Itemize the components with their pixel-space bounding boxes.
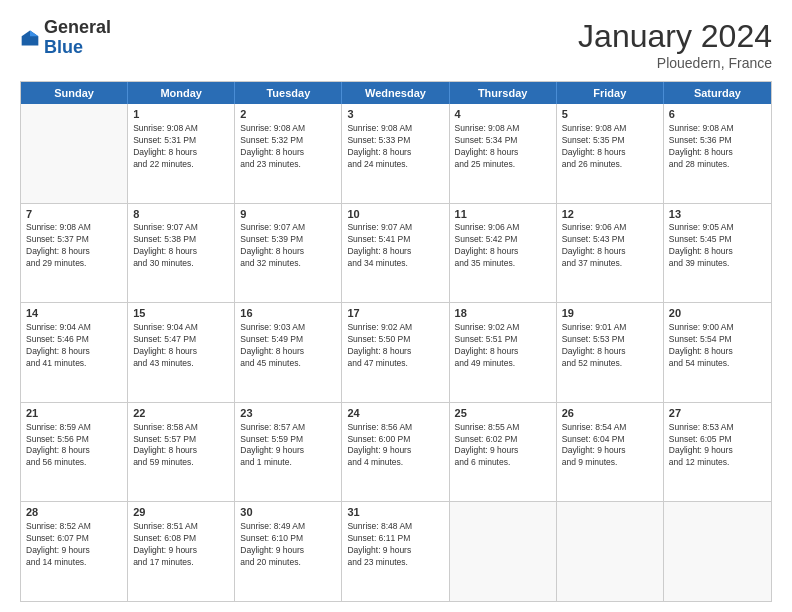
day-number: 13 (669, 207, 766, 222)
calendar-cell: 27Sunrise: 8:53 AMSunset: 6:05 PMDayligh… (664, 403, 771, 502)
calendar-cell: 31Sunrise: 8:48 AMSunset: 6:11 PMDayligh… (342, 502, 449, 601)
weekday-header: Saturday (664, 82, 771, 104)
cell-text: Sunrise: 8:58 AMSunset: 5:57 PMDaylight:… (133, 422, 229, 470)
location: Plouedern, France (578, 55, 772, 71)
calendar-cell: 9Sunrise: 9:07 AMSunset: 5:39 PMDaylight… (235, 204, 342, 303)
day-number: 18 (455, 306, 551, 321)
cell-text: Sunrise: 8:54 AMSunset: 6:04 PMDaylight:… (562, 422, 658, 470)
calendar-cell (450, 502, 557, 601)
day-number: 7 (26, 207, 122, 222)
day-number: 2 (240, 107, 336, 122)
calendar-cell (557, 502, 664, 601)
day-number: 24 (347, 406, 443, 421)
calendar-row: 14Sunrise: 9:04 AMSunset: 5:46 PMDayligh… (21, 303, 771, 403)
cell-text: Sunrise: 8:59 AMSunset: 5:56 PMDaylight:… (26, 422, 122, 470)
calendar-cell: 21Sunrise: 8:59 AMSunset: 5:56 PMDayligh… (21, 403, 128, 502)
cell-text: Sunrise: 9:06 AMSunset: 5:42 PMDaylight:… (455, 222, 551, 270)
calendar-cell: 14Sunrise: 9:04 AMSunset: 5:46 PMDayligh… (21, 303, 128, 402)
cell-text: Sunrise: 9:04 AMSunset: 5:46 PMDaylight:… (26, 322, 122, 370)
cell-text: Sunrise: 9:08 AMSunset: 5:32 PMDaylight:… (240, 123, 336, 171)
day-number: 21 (26, 406, 122, 421)
day-number: 19 (562, 306, 658, 321)
cell-text: Sunrise: 9:08 AMSunset: 5:36 PMDaylight:… (669, 123, 766, 171)
logo: General Blue (20, 18, 111, 58)
weekday-header: Friday (557, 82, 664, 104)
day-number: 8 (133, 207, 229, 222)
cell-text: Sunrise: 8:51 AMSunset: 6:08 PMDaylight:… (133, 521, 229, 569)
calendar-cell: 18Sunrise: 9:02 AMSunset: 5:51 PMDayligh… (450, 303, 557, 402)
cell-text: Sunrise: 9:08 AMSunset: 5:31 PMDaylight:… (133, 123, 229, 171)
day-number: 11 (455, 207, 551, 222)
calendar-cell: 25Sunrise: 8:55 AMSunset: 6:02 PMDayligh… (450, 403, 557, 502)
day-number: 6 (669, 107, 766, 122)
calendar-cell: 28Sunrise: 8:52 AMSunset: 6:07 PMDayligh… (21, 502, 128, 601)
calendar-cell: 8Sunrise: 9:07 AMSunset: 5:38 PMDaylight… (128, 204, 235, 303)
cell-text: Sunrise: 9:08 AMSunset: 5:33 PMDaylight:… (347, 123, 443, 171)
logo-icon (20, 28, 40, 48)
calendar-cell: 5Sunrise: 9:08 AMSunset: 5:35 PMDaylight… (557, 104, 664, 203)
cell-text: Sunrise: 9:01 AMSunset: 5:53 PMDaylight:… (562, 322, 658, 370)
calendar-cell: 10Sunrise: 9:07 AMSunset: 5:41 PMDayligh… (342, 204, 449, 303)
calendar-cell: 2Sunrise: 9:08 AMSunset: 5:32 PMDaylight… (235, 104, 342, 203)
cell-text: Sunrise: 9:08 AMSunset: 5:37 PMDaylight:… (26, 222, 122, 270)
header: General Blue January 2024 Plouedern, Fra… (20, 18, 772, 71)
calendar-cell: 11Sunrise: 9:06 AMSunset: 5:42 PMDayligh… (450, 204, 557, 303)
calendar-cell: 24Sunrise: 8:56 AMSunset: 6:00 PMDayligh… (342, 403, 449, 502)
cell-text: Sunrise: 8:49 AMSunset: 6:10 PMDaylight:… (240, 521, 336, 569)
day-number: 22 (133, 406, 229, 421)
logo-blue-text: Blue (44, 37, 83, 57)
calendar: SundayMondayTuesdayWednesdayThursdayFrid… (20, 81, 772, 602)
day-number: 31 (347, 505, 443, 520)
day-number: 9 (240, 207, 336, 222)
weekday-header: Sunday (21, 82, 128, 104)
cell-text: Sunrise: 9:05 AMSunset: 5:45 PMDaylight:… (669, 222, 766, 270)
calendar-row: 21Sunrise: 8:59 AMSunset: 5:56 PMDayligh… (21, 403, 771, 503)
calendar-cell: 15Sunrise: 9:04 AMSunset: 5:47 PMDayligh… (128, 303, 235, 402)
calendar-cell: 12Sunrise: 9:06 AMSunset: 5:43 PMDayligh… (557, 204, 664, 303)
cell-text: Sunrise: 8:53 AMSunset: 6:05 PMDaylight:… (669, 422, 766, 470)
day-number: 28 (26, 505, 122, 520)
day-number: 25 (455, 406, 551, 421)
day-number: 12 (562, 207, 658, 222)
cell-text: Sunrise: 9:07 AMSunset: 5:41 PMDaylight:… (347, 222, 443, 270)
calendar-cell: 13Sunrise: 9:05 AMSunset: 5:45 PMDayligh… (664, 204, 771, 303)
calendar-cell (664, 502, 771, 601)
calendar-cell: 20Sunrise: 9:00 AMSunset: 5:54 PMDayligh… (664, 303, 771, 402)
cell-text: Sunrise: 8:48 AMSunset: 6:11 PMDaylight:… (347, 521, 443, 569)
calendar-body: 1Sunrise: 9:08 AMSunset: 5:31 PMDaylight… (21, 104, 771, 601)
cell-text: Sunrise: 8:55 AMSunset: 6:02 PMDaylight:… (455, 422, 551, 470)
day-number: 14 (26, 306, 122, 321)
calendar-cell: 16Sunrise: 9:03 AMSunset: 5:49 PMDayligh… (235, 303, 342, 402)
day-number: 23 (240, 406, 336, 421)
calendar-cell: 17Sunrise: 9:02 AMSunset: 5:50 PMDayligh… (342, 303, 449, 402)
calendar-cell: 4Sunrise: 9:08 AMSunset: 5:34 PMDaylight… (450, 104, 557, 203)
logo-general-text: General (44, 17, 111, 37)
calendar-cell: 26Sunrise: 8:54 AMSunset: 6:04 PMDayligh… (557, 403, 664, 502)
cell-text: Sunrise: 9:03 AMSunset: 5:49 PMDaylight:… (240, 322, 336, 370)
day-number: 29 (133, 505, 229, 520)
day-number: 1 (133, 107, 229, 122)
day-number: 27 (669, 406, 766, 421)
day-number: 30 (240, 505, 336, 520)
calendar-cell (21, 104, 128, 203)
day-number: 5 (562, 107, 658, 122)
calendar-cell: 30Sunrise: 8:49 AMSunset: 6:10 PMDayligh… (235, 502, 342, 601)
calendar-cell: 6Sunrise: 9:08 AMSunset: 5:36 PMDaylight… (664, 104, 771, 203)
calendar-header: SundayMondayTuesdayWednesdayThursdayFrid… (21, 82, 771, 104)
cell-text: Sunrise: 8:57 AMSunset: 5:59 PMDaylight:… (240, 422, 336, 470)
cell-text: Sunrise: 9:07 AMSunset: 5:39 PMDaylight:… (240, 222, 336, 270)
weekday-header: Tuesday (235, 82, 342, 104)
cell-text: Sunrise: 9:02 AMSunset: 5:51 PMDaylight:… (455, 322, 551, 370)
cell-text: Sunrise: 9:02 AMSunset: 5:50 PMDaylight:… (347, 322, 443, 370)
cell-text: Sunrise: 9:06 AMSunset: 5:43 PMDaylight:… (562, 222, 658, 270)
cell-text: Sunrise: 9:08 AMSunset: 5:35 PMDaylight:… (562, 123, 658, 171)
day-number: 16 (240, 306, 336, 321)
day-number: 20 (669, 306, 766, 321)
svg-marker-1 (30, 30, 38, 36)
calendar-cell: 23Sunrise: 8:57 AMSunset: 5:59 PMDayligh… (235, 403, 342, 502)
title-block: January 2024 Plouedern, France (578, 18, 772, 71)
calendar-cell: 7Sunrise: 9:08 AMSunset: 5:37 PMDaylight… (21, 204, 128, 303)
day-number: 17 (347, 306, 443, 321)
calendar-row: 28Sunrise: 8:52 AMSunset: 6:07 PMDayligh… (21, 502, 771, 601)
day-number: 10 (347, 207, 443, 222)
